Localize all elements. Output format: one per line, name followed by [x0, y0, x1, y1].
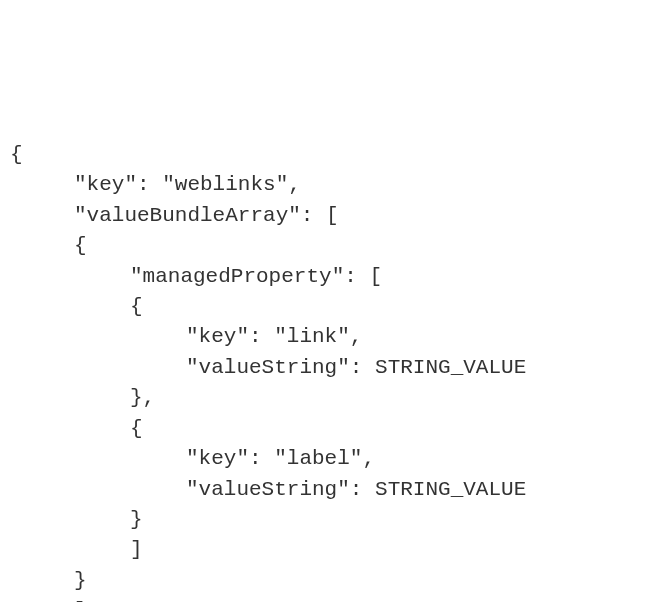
code-line: ]: [10, 596, 649, 602]
code-line: {: [10, 140, 649, 170]
code-line: },: [10, 383, 649, 413]
code-line: ]: [10, 535, 649, 565]
code-line: "valueBundleArray": [: [10, 201, 649, 231]
code-line: "key": "link",: [10, 322, 649, 352]
code-line: {: [10, 292, 649, 322]
code-line: "managedProperty": [: [10, 262, 649, 292]
code-line: "valueString": STRING_VALUE: [10, 475, 649, 505]
code-line: {: [10, 414, 649, 444]
code-line: }: [10, 505, 649, 535]
code-line: "key": "weblinks",: [10, 170, 649, 200]
code-line: }: [10, 566, 649, 596]
code-line: "valueString": STRING_VALUE: [10, 353, 649, 383]
code-block: {"key": "weblinks","valueBundleArray": […: [10, 140, 649, 602]
code-line: {: [10, 231, 649, 261]
code-line: "key": "label",: [10, 444, 649, 474]
